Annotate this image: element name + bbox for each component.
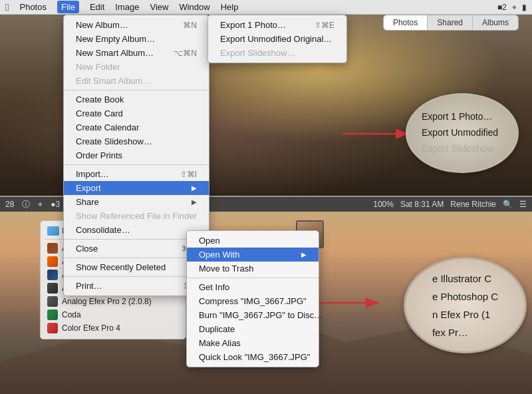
user-display: Rene Ritchie	[450, 200, 496, 209]
ctx-get-info[interactable]: Get Info	[187, 280, 319, 294]
menu-create-calendar[interactable]: Create Calendar	[64, 120, 209, 134]
menu-new-folder: New Folder	[64, 60, 209, 74]
ctx-open[interactable]: Open	[187, 234, 319, 248]
menu-edit[interactable]: Edit	[90, 2, 104, 12]
menu-view[interactable]: View	[150, 2, 168, 12]
wifi-bottom-icon: ⌖	[38, 200, 43, 209]
menu-image[interactable]: Image	[115, 2, 139, 12]
photos-toolbar: Photos Shared Albums	[383, 15, 519, 31]
notification-count: ●3	[51, 200, 60, 209]
menu-export-slideshow: Export Slideshow…	[208, 46, 346, 60]
ctx-open-with[interactable]: Open With ▶	[187, 248, 319, 262]
tab-shared[interactable]: Shared	[428, 15, 473, 30]
acorn-icon	[47, 243, 58, 254]
wifi-icon: ⌖	[512, 3, 517, 12]
photoshop-icon	[47, 270, 58, 280]
context-menu: Open Open With ▶ Move to Trash Get Info …	[186, 230, 319, 367]
menu-edit-smart-album: Edit Smart Album…	[64, 74, 209, 88]
clock-display: 100%	[373, 200, 394, 209]
app-colorefex[interactable]: Color Efex Pro 4	[45, 321, 182, 335]
colorefex-icon	[47, 323, 58, 333]
preview-icon	[47, 226, 59, 236]
app-coda[interactable]: Coda	[45, 308, 182, 321]
ctx-burn[interactable]: Burn "IMG_3667.JPG" to Disc…	[187, 308, 319, 322]
tab-albums[interactable]: Albums	[473, 15, 518, 30]
app-analog2[interactable]: Analog Efex Pro 2 (2.0.8)	[45, 295, 182, 308]
ctx-duplicate[interactable]: Duplicate	[187, 322, 319, 336]
menu-import[interactable]: Import… ⇧⌘I	[64, 167, 209, 181]
menu-photos[interactable]: Photos	[19, 2, 46, 12]
export-submenu: Export 1 Photo… ⇧⌘E Export Unmodified Or…	[207, 15, 347, 63]
ctx-make-alias[interactable]: Make Alias	[187, 336, 319, 350]
search-bottom-icon[interactable]: 🔍	[503, 200, 513, 209]
zoom-circle-bottom: e Illustrator C e Photoshop C n Efex Pro…	[404, 257, 527, 353]
menu-help[interactable]: Help	[221, 2, 239, 12]
analog2-icon	[47, 296, 58, 307]
illustrator-icon	[47, 256, 58, 267]
ctx-compress[interactable]: Compress "IMG_3667.JPG"	[187, 294, 319, 308]
menu-export-unmodified[interactable]: Export Unmodified Original…	[208, 32, 346, 46]
menu-create-book[interactable]: Create Book	[64, 93, 209, 106]
ctx-quick-look[interactable]: Quick Look "IMG_3667.JPG"	[187, 350, 319, 364]
zoom-circle-top: Export 1 Photo… Export Unmodified Export…	[406, 93, 519, 173]
top-section:  Photos File Edit Image View Window Hel…	[0, 0, 532, 197]
zoom-b-line-4: fex Pr…	[432, 323, 498, 341]
menu-order-prints[interactable]: Order Prints	[64, 148, 209, 162]
zoom-b-line-1: e Illustrator C	[432, 270, 498, 288]
ctx-sep-1	[187, 278, 319, 278]
zoom-content-top: Export 1 Photo… Export Unmodified Export…	[412, 104, 512, 162]
ctx-trash[interactable]: Move to Trash	[187, 262, 319, 276]
menu-window[interactable]: Window	[179, 2, 209, 12]
menu-new-empty-album[interactable]: New Empty Album…	[64, 32, 209, 46]
arrow-top	[342, 126, 416, 141]
menu-show-referenced: Show Referenced File in Finder	[64, 209, 209, 223]
battery-icon: ▮	[522, 3, 527, 12]
menu-create-card[interactable]: Create Card	[64, 106, 209, 120]
separator-2	[64, 164, 209, 165]
apple-menu[interactable]: 	[5, 1, 9, 13]
tab-photos[interactable]: Photos	[384, 15, 428, 30]
zoom-b-line-3: n Efex Pro (1	[432, 305, 498, 323]
info-bottom-icon: ⓘ	[22, 199, 30, 210]
menu-new-smart-album[interactable]: New Smart Album… ⌥⌘N	[64, 46, 209, 60]
menu-bar-bottom-right: 100% Sat 8:31 AM Rene Ritchie 🔍 ☰	[373, 200, 527, 209]
zoom-line-3: Export Slideshow…	[422, 141, 503, 157]
export-arrow-icon: ▶	[192, 184, 197, 192]
time-display: Sat 8:31 AM	[400, 200, 444, 209]
menu-bar-top:  Photos File Edit Image View Window Hel…	[0, 0, 532, 15]
menu-bottom-icon[interactable]: ☰	[519, 200, 527, 209]
separator-1	[64, 90, 209, 91]
menu-export-1-photo[interactable]: Export 1 Photo… ⇧⌘E	[208, 18, 346, 32]
coda-icon	[47, 309, 58, 320]
open-with-arrow-icon: ▶	[301, 251, 307, 258]
menu-new-album[interactable]: New Album… ⌘N	[64, 18, 209, 32]
menu-file[interactable]: File	[57, 1, 79, 13]
zoom-b-line-2: e Photoshop C	[432, 288, 498, 305]
zoom-line-1: Export 1 Photo…	[422, 109, 503, 125]
menu-export[interactable]: Export ▶	[64, 181, 209, 195]
menu-create-slideshow[interactable]: Create Slideshow…	[64, 134, 209, 148]
menu-bar-right: ■2 ⌖ ▮	[497, 3, 527, 12]
zoom-content-bottom: e Illustrator C e Photoshop C n Efex Pro…	[427, 264, 503, 347]
adobe-icon: ■2	[497, 3, 507, 12]
analog1-icon	[47, 283, 58, 294]
menu-share[interactable]: Share ▶	[64, 195, 209, 209]
share-arrow-icon: ▶	[192, 198, 197, 206]
zoom-line-2: Export Unmodified	[422, 125, 503, 141]
battery-bottom-icon: 28	[5, 200, 14, 209]
